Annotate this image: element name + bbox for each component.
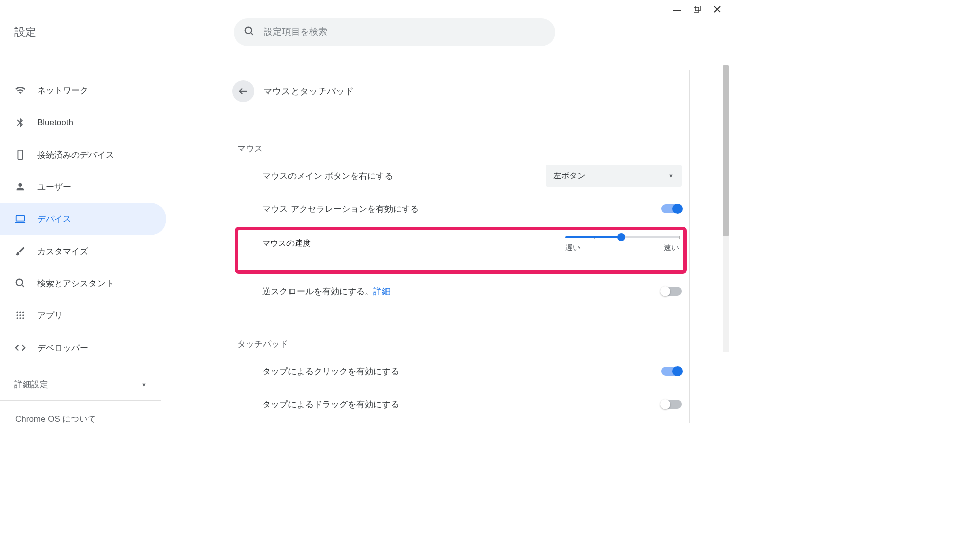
- svg-rect-1: [695, 6, 700, 11]
- search-box[interactable]: [234, 18, 555, 46]
- sidebar-advanced[interactable]: 詳細設定 ▼: [0, 369, 161, 401]
- svg-point-12: [19, 312, 21, 313]
- sidebar-item-users[interactable]: ユーザー: [0, 171, 197, 203]
- svg-rect-6: [18, 150, 22, 159]
- back-button[interactable]: [232, 80, 254, 102]
- page-title: マウスとタッチパッド: [263, 85, 354, 97]
- setting-mouse-acceleration: マウス アクセラレーションを有効にする: [232, 192, 689, 226]
- chevron-down-icon: ▼: [141, 382, 147, 388]
- search-input[interactable]: [264, 27, 545, 37]
- sidebar: ネットワーク Bluetooth 接続済みのデバイス ユーザー デバイス カスタ…: [0, 64, 197, 423]
- sidebar-item-label: ユーザー: [37, 181, 71, 193]
- setting-touchpad-accel: タッチパッド アクセラレーションを有効にする: [232, 421, 689, 423]
- setting-label: 逆スクロールを有効にする。詳細: [262, 286, 391, 297]
- section-title-touchpad: タッチパッド: [232, 338, 689, 350]
- chevron-down-icon: ▼: [668, 173, 674, 179]
- minimize-icon[interactable]: —: [673, 6, 681, 15]
- apps-icon: [14, 310, 26, 320]
- svg-point-9: [16, 279, 23, 286]
- window-controls: —: [673, 5, 721, 15]
- phone-icon: [14, 149, 26, 160]
- svg-line-5: [251, 32, 253, 35]
- svg-point-13: [22, 312, 24, 313]
- setting-label: マウスの速度: [262, 238, 311, 249]
- details-link[interactable]: 詳細: [373, 287, 391, 296]
- sidebar-item-label: デベロッパー: [37, 342, 88, 354]
- sidebar-item-label: 検索とアシスタント: [37, 278, 114, 289]
- setting-label: マウスのメイン ボタンを右にする: [262, 170, 393, 182]
- mouse-speed-slider[interactable]: [565, 236, 679, 238]
- svg-point-16: [22, 314, 24, 316]
- sidebar-item-label: 接続済みのデバイス: [37, 149, 114, 161]
- search-icon: [14, 278, 26, 289]
- sidebar-item-search-assistant[interactable]: 検索とアシスタント: [0, 267, 197, 299]
- sidebar-item-network[interactable]: ネットワーク: [0, 74, 197, 106]
- sidebar-item-label: カスタマイズ: [37, 246, 88, 257]
- reverse-scroll-toggle[interactable]: [661, 287, 682, 296]
- wifi-icon: [14, 85, 26, 96]
- svg-rect-7: [16, 216, 25, 221]
- setting-primary-button: マウスのメイン ボタンを右にする 左ボタン ▼: [232, 159, 689, 192]
- code-icon: [14, 342, 26, 353]
- brush-icon: [14, 246, 26, 257]
- sidebar-about[interactable]: Chrome OS について: [0, 401, 197, 423]
- svg-point-19: [22, 317, 24, 319]
- scrollbar[interactable]: [723, 65, 729, 352]
- highlighted-mouse-speed: マウスの速度 遅い 速い: [235, 227, 687, 274]
- sidebar-item-label: アプリ: [37, 310, 63, 321]
- close-icon[interactable]: [713, 5, 721, 15]
- svg-point-14: [17, 314, 18, 316]
- person-icon: [14, 181, 26, 192]
- mouse-acceleration-toggle[interactable]: [661, 204, 682, 213]
- svg-line-10: [22, 285, 24, 287]
- main-content: マウスとタッチパッド マウス マウスのメイン ボタンを右にする 左ボタン ▼ マ…: [232, 70, 690, 423]
- slider-slow-label: 遅い: [565, 243, 581, 253]
- sidebar-item-connected-devices[interactable]: 接続済みのデバイス: [0, 139, 197, 171]
- maximize-icon[interactable]: [694, 6, 701, 15]
- svg-point-15: [19, 314, 21, 316]
- svg-point-17: [17, 317, 18, 319]
- slider-thumb[interactable]: [617, 233, 625, 241]
- svg-point-18: [19, 317, 21, 319]
- svg-point-4: [245, 27, 252, 33]
- setting-tap-drag: タップによるドラッグを有効にする: [232, 388, 689, 421]
- sidebar-item-label: ネットワーク: [37, 85, 88, 96]
- tap-click-toggle[interactable]: [661, 367, 682, 376]
- setting-label: タップによるドラッグを有効にする: [262, 399, 399, 410]
- setting-label: マウス アクセラレーションを有効にする: [262, 203, 419, 215]
- svg-rect-0: [694, 7, 699, 12]
- setting-reverse-scroll: 逆スクロールを有効にする。詳細: [232, 275, 689, 308]
- sidebar-item-device[interactable]: デバイス: [0, 203, 166, 235]
- section-title-mouse: マウス: [232, 143, 689, 154]
- search-icon: [244, 26, 255, 39]
- sidebar-item-apps[interactable]: アプリ: [0, 299, 197, 331]
- scrollbar-thumb[interactable]: [723, 65, 729, 236]
- laptop-icon: [14, 213, 26, 225]
- sidebar-item-developer[interactable]: デベロッパー: [0, 331, 197, 364]
- setting-tap-click: タップによるクリックを有効にする: [232, 355, 689, 388]
- slider-fast-label: 速い: [664, 243, 679, 253]
- dropdown-value: 左ボタン: [553, 171, 586, 181]
- advanced-label: 詳細設定: [14, 379, 48, 390]
- sidebar-item-bluetooth[interactable]: Bluetooth: [0, 106, 197, 139]
- about-label: Chrome OS について: [15, 414, 96, 423]
- sidebar-item-customize[interactable]: カスタマイズ: [0, 235, 197, 267]
- tap-drag-toggle[interactable]: [661, 400, 682, 409]
- app-title: 設定: [10, 25, 211, 40]
- sidebar-item-label: Bluetooth: [37, 118, 73, 128]
- setting-label: タップによるクリックを有効にする: [262, 366, 399, 377]
- primary-button-dropdown[interactable]: 左ボタン ▼: [546, 165, 682, 187]
- sidebar-item-label: デバイス: [37, 213, 71, 225]
- svg-point-11: [17, 312, 18, 313]
- bluetooth-icon: [14, 117, 26, 128]
